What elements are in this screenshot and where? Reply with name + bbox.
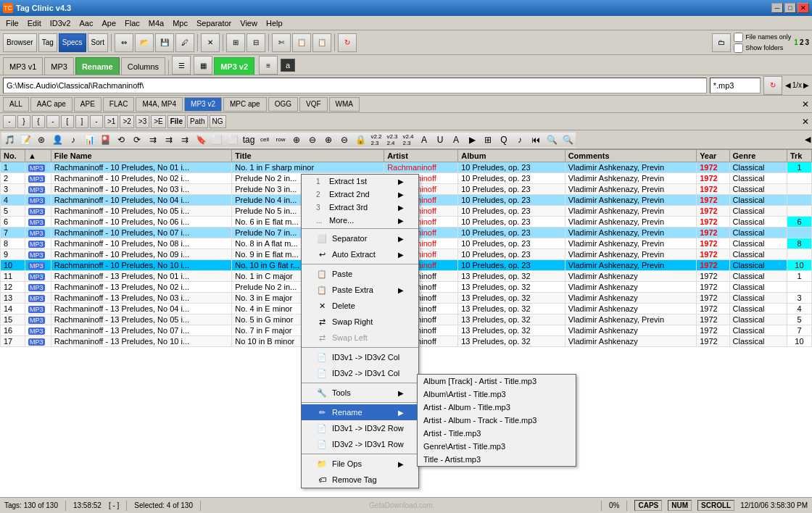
act-minus[interactable]: - bbox=[3, 115, 16, 128]
ftab-mp3v2[interactable]: MP3 v2 bbox=[184, 97, 222, 112]
icon-btn-10[interactable]: ⇉ bbox=[145, 132, 161, 148]
ftab-ogg[interactable]: OGG bbox=[268, 97, 298, 112]
tab-rename[interactable]: Rename bbox=[75, 57, 120, 75]
action-icon-btn[interactable]: ☰ bbox=[172, 56, 191, 75]
icon-btn-18[interactable]: ⊕ bbox=[320, 132, 336, 148]
tab-mp3v1[interactable]: MP3 v1 bbox=[3, 57, 43, 75]
icon-btn-row[interactable]: row bbox=[273, 132, 289, 148]
tab-columns[interactable]: Columns bbox=[121, 57, 165, 75]
tag2-icon-btn[interactable]: ≡ bbox=[259, 56, 278, 75]
icon-btn-12[interactable]: ⇉ bbox=[177, 132, 193, 148]
ctx-more[interactable]: ... More... ▶ bbox=[302, 214, 418, 227]
icon-btn-23[interactable]: v2.42.3 bbox=[400, 132, 416, 148]
toolbar-folder-save[interactable]: 💾 bbox=[155, 33, 174, 52]
toolbar-paste-btn[interactable]: 📋 bbox=[292, 33, 311, 52]
close-button[interactable]: ✕ bbox=[798, 3, 809, 13]
icon-btn-tag[interactable]: tag bbox=[241, 132, 257, 148]
icon-btn-29[interactable]: Q bbox=[496, 132, 512, 148]
table-row[interactable]: 1 MP3 Rachmaninoff - 10 Preludes, No 01 … bbox=[1, 162, 812, 173]
ctx-remove-tag[interactable]: 🏷 Remove Tag bbox=[302, 472, 418, 488]
icon-btn-24[interactable]: A bbox=[416, 132, 432, 148]
ctx-id3v1-row[interactable]: 📄 ID3v1 -> ID3v2 Row bbox=[302, 420, 418, 436]
browser-button[interactable]: Browser bbox=[3, 33, 37, 52]
rename-option-6[interactable]: Genre\Artist - Title.mp3 bbox=[418, 440, 576, 453]
tag-button[interactable]: Tag bbox=[38, 33, 57, 52]
col-header-comments[interactable]: Comments bbox=[565, 150, 696, 162]
ftab-m4a-mp4[interactable]: M4A, MP4 bbox=[136, 97, 183, 112]
toolbar-refresh-btn[interactable]: ↻ bbox=[338, 33, 357, 52]
rename-option-4[interactable]: Artist - Album - Track - Title.mp3 bbox=[418, 414, 576, 427]
col-header-title[interactable]: Title bbox=[232, 150, 384, 162]
path-refresh-btn[interactable]: ↻ bbox=[763, 76, 782, 95]
ftab-vqf[interactable]: VQF bbox=[299, 97, 328, 112]
act-ng[interactable]: NG bbox=[210, 115, 226, 128]
icon-btn-32[interactable]: 🔍 bbox=[544, 132, 560, 148]
toolbar-copy-btn[interactable]: ⊞ bbox=[226, 33, 245, 52]
col-header-sort[interactable]: ▲ bbox=[25, 150, 51, 162]
ctx-id3v2-col[interactable]: 📄 ID3v2 -> ID3v1 Col bbox=[302, 365, 418, 381]
tab-mp3v2-active[interactable]: MP3 v2 bbox=[214, 57, 254, 75]
col-header-artist[interactable]: Artist bbox=[384, 150, 458, 162]
menu-mpc[interactable]: Mpc bbox=[168, 17, 192, 29]
ftab-aac-ape[interactable]: AAC ape bbox=[30, 97, 72, 112]
sort-button[interactable]: Sort bbox=[88, 33, 108, 52]
tag-icon-btn[interactable]: ▦ bbox=[194, 56, 212, 75]
show-folders-checkbox[interactable] bbox=[734, 43, 743, 53]
nav-fwd-btn[interactable]: ▶ bbox=[803, 81, 809, 89]
act-gt3[interactable]: >3 bbox=[136, 115, 149, 128]
act-path[interactable]: Path bbox=[187, 115, 208, 128]
menu-help[interactable]: Help bbox=[262, 17, 287, 29]
col-header-album[interactable]: Album bbox=[458, 150, 565, 162]
ctx-extract-1st[interactable]: 1 Extract 1st ▶ bbox=[302, 175, 418, 188]
icon-btn-3[interactable]: ⊛ bbox=[33, 132, 49, 148]
toolbar-x-btn[interactable]: ✕ bbox=[201, 33, 220, 52]
ftab-mpc-ape[interactable]: MPC ape bbox=[223, 97, 267, 112]
col-header-year[interactable]: Year bbox=[697, 150, 729, 162]
toolbar-paste2-btn[interactable]: 📋 bbox=[312, 33, 331, 52]
ctx-id3v1-col[interactable]: 📄 ID3v1 -> ID3v2 Col bbox=[302, 349, 418, 365]
ctx-tools[interactable]: 🔧 Tools ▶ bbox=[302, 385, 418, 401]
ctx-separator[interactable]: ⬜ Separator ▶ bbox=[302, 230, 418, 246]
icon-btn-11[interactable]: ⇉ bbox=[161, 132, 177, 148]
icon-btn-16[interactable]: ⊕ bbox=[289, 132, 304, 148]
ext-input[interactable] bbox=[710, 78, 761, 93]
icon-btn-26[interactable]: A bbox=[448, 132, 464, 148]
act-minus2[interactable]: - bbox=[46, 115, 59, 128]
menu-id3v2[interactable]: ID3v2 bbox=[46, 17, 75, 29]
toolbar-eyedropper[interactable]: 🖊 bbox=[175, 33, 194, 52]
ctx-id3v2-row[interactable]: 📄 ID3v2 -> ID3v1 Row bbox=[302, 436, 418, 452]
close-action-bar-btn[interactable]: ✕ bbox=[802, 117, 809, 127]
ctx-delete[interactable]: ✕ Delete bbox=[302, 298, 418, 314]
icon-btn-20[interactable]: 🔒 bbox=[352, 132, 368, 148]
toolbar-folder-btn[interactable]: 🗀 bbox=[712, 33, 731, 52]
ctx-paste-extra[interactable]: 📋 Paste Extra ▶ bbox=[302, 282, 418, 298]
menu-separator[interactable]: Separator bbox=[192, 17, 236, 29]
file-names-only-checkbox[interactable] bbox=[734, 33, 743, 42]
icon-btn-5[interactable]: ♪ bbox=[65, 132, 81, 148]
menu-m4a[interactable]: M4a bbox=[144, 17, 168, 29]
ctx-extract-2nd[interactable]: 2 Extract 2nd ▶ bbox=[302, 188, 418, 201]
act-gt2[interactable]: >2 bbox=[120, 115, 133, 128]
ctx-auto-extract[interactable]: ↩ Auto Extract ▶ bbox=[302, 246, 418, 262]
tab-mp3[interactable]: MP3 bbox=[44, 57, 74, 75]
toolbar-copy2-btn[interactable]: ⊟ bbox=[246, 33, 265, 52]
rename-option-5[interactable]: Artist - Title.mp3 bbox=[418, 427, 576, 440]
ftab-all[interactable]: ALL bbox=[3, 97, 29, 112]
ftab-flac[interactable]: FLAC bbox=[103, 97, 135, 112]
ctx-paste[interactable]: 📋 Paste bbox=[302, 266, 418, 282]
rename-option-1[interactable]: Album [Track] - Artist - Title.mp3 bbox=[418, 375, 576, 388]
icon-btn-7[interactable]: 🎴 bbox=[97, 132, 113, 148]
ctx-extract-3rd[interactable]: 3 Extract 3rd ▶ bbox=[302, 201, 418, 214]
ctx-rename[interactable]: ✏ Rename ▶ bbox=[302, 404, 418, 420]
menu-aac[interactable]: Aac bbox=[75, 17, 97, 29]
menu-view[interactable]: View bbox=[236, 17, 262, 29]
act-rbrace[interactable]: } bbox=[17, 115, 30, 128]
act-minus3[interactable]: - bbox=[90, 115, 103, 128]
icon-btn-25[interactable]: U bbox=[432, 132, 448, 148]
close-format-tabs-btn[interactable]: ✕ bbox=[802, 99, 809, 109]
menu-ape[interactable]: Ape bbox=[97, 17, 120, 29]
icon-btn-1[interactable]: 🎵 bbox=[1, 132, 17, 148]
act-gte[interactable]: >E bbox=[151, 115, 166, 128]
menu-file[interactable]: File bbox=[1, 17, 23, 29]
act-lbracket[interactable]: [ bbox=[61, 115, 74, 128]
